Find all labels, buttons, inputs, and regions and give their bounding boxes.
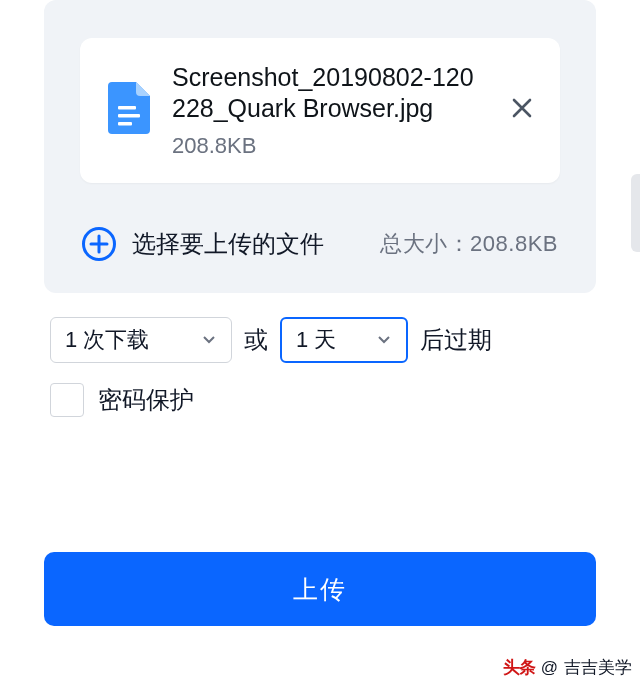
file-info: Screenshot_20190802-120228_Quark Browser… bbox=[172, 62, 484, 159]
upload-button[interactable]: 上传 bbox=[44, 552, 596, 626]
expiry-options: 1 次下载 或 1 天 后过期 bbox=[50, 317, 596, 363]
file-icon bbox=[108, 82, 150, 138]
file-card: Screenshot_20190802-120228_Quark Browser… bbox=[80, 38, 560, 183]
expiry-suffix: 后过期 bbox=[420, 324, 492, 356]
days-select[interactable]: 1 天 bbox=[280, 317, 408, 363]
watermark-user: 吉吉美学 bbox=[564, 656, 632, 679]
downloads-select[interactable]: 1 次下载 bbox=[50, 317, 232, 363]
upload-panel: Screenshot_20190802-120228_Quark Browser… bbox=[44, 0, 596, 293]
plus-icon bbox=[82, 227, 116, 261]
scrollbar-hint bbox=[631, 174, 640, 252]
file-name: Screenshot_20190802-120228_Quark Browser… bbox=[172, 62, 484, 125]
svg-rect-1 bbox=[118, 114, 140, 118]
file-size: 208.8KB bbox=[172, 133, 484, 159]
total-size: 总大小：208.8KB bbox=[380, 229, 558, 259]
chevron-down-icon bbox=[201, 327, 217, 353]
add-file-row: 选择要上传的文件 总大小：208.8KB bbox=[80, 227, 560, 261]
watermark-brand: 头条 bbox=[503, 656, 535, 679]
close-icon bbox=[510, 96, 534, 120]
days-value: 1 天 bbox=[296, 325, 336, 355]
downloads-value: 1 次下载 bbox=[65, 325, 149, 355]
password-checkbox[interactable] bbox=[50, 383, 84, 417]
total-value: 208.8KB bbox=[470, 231, 558, 256]
password-option: 密码保护 bbox=[50, 383, 596, 417]
svg-rect-0 bbox=[118, 106, 136, 110]
svg-rect-2 bbox=[118, 122, 132, 126]
add-file-button[interactable]: 选择要上传的文件 bbox=[82, 227, 324, 261]
total-prefix: 总大小： bbox=[380, 231, 470, 256]
upload-button-label: 上传 bbox=[293, 573, 347, 606]
expiry-separator: 或 bbox=[244, 324, 268, 356]
remove-file-button[interactable] bbox=[506, 92, 538, 128]
password-label: 密码保护 bbox=[98, 384, 194, 416]
watermark: 头条 @ 吉吉美学 bbox=[503, 656, 632, 679]
add-file-label: 选择要上传的文件 bbox=[132, 228, 324, 260]
watermark-at: @ bbox=[541, 658, 558, 678]
chevron-down-icon bbox=[376, 327, 392, 353]
